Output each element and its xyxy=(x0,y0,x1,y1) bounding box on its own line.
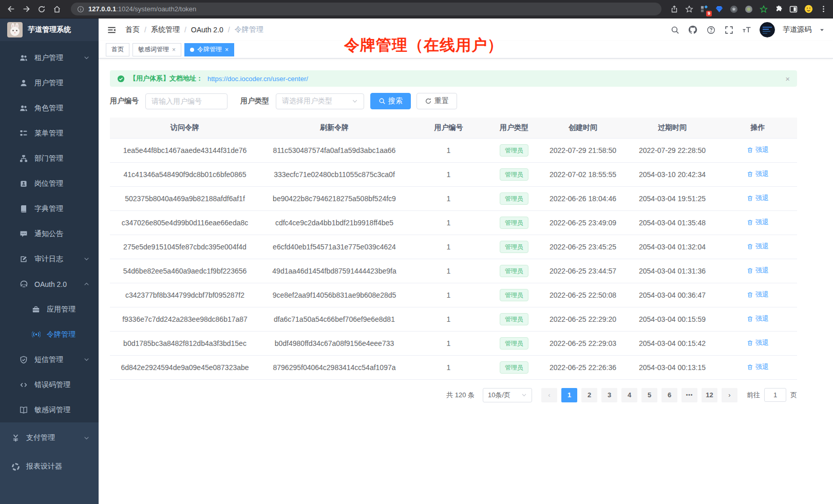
gem-extension-icon[interactable] xyxy=(714,5,724,14)
sidebar-item-error-code[interactable]: 错误码管理 xyxy=(0,372,99,397)
sidebar-item-dict[interactable]: 字典管理 xyxy=(0,196,99,221)
bookmark-star-icon[interactable] xyxy=(685,5,694,14)
sidebar-item-role[interactable]: 角色管理 xyxy=(0,95,99,121)
pager-page-12[interactable]: 12 xyxy=(702,388,717,402)
force-logout-button[interactable]: 强退 xyxy=(747,242,769,251)
pager-page-1[interactable]: 1 xyxy=(561,388,577,402)
extension-blocks-icon[interactable]: 9 xyxy=(699,5,709,14)
tab-sensitive-word[interactable]: 敏感词管理× xyxy=(132,43,181,56)
chevron-down-icon xyxy=(352,98,358,104)
force-logout-button[interactable]: 强退 xyxy=(747,145,769,154)
cell-access-token: 6d842e2924594de9a09e45e087323abe xyxy=(110,355,260,379)
sidebar-item-menu[interactable]: 菜单管理 xyxy=(0,121,99,146)
close-icon[interactable]: × xyxy=(225,46,229,53)
reload-icon[interactable] xyxy=(36,4,47,15)
force-logout-button[interactable]: 强退 xyxy=(747,193,769,203)
cell-refresh-token: b0df4980ffd34c67a08f9156e4eee733 xyxy=(260,331,409,355)
brand-header[interactable]: 芋道管理系统 xyxy=(0,18,99,41)
hamburger-icon[interactable] xyxy=(107,25,117,35)
site-info-icon[interactable] xyxy=(77,6,84,13)
caret-down-icon[interactable] xyxy=(819,27,825,33)
sidebar-item-notice[interactable]: 通知公告 xyxy=(0,221,99,246)
browser-menu-icon[interactable] xyxy=(819,5,828,14)
close-icon[interactable]: × xyxy=(172,46,176,53)
search-form: 用户编号 用户类型 请选择用户类型 搜索 重置 xyxy=(110,93,797,109)
force-logout-button[interactable]: 强退 xyxy=(747,290,769,299)
pager-page-6[interactable]: 6 xyxy=(661,388,677,402)
table-row: 502375b8040a469a9b82188afdf6af1fbe90422b… xyxy=(110,186,797,210)
sidebar-item-user[interactable]: 用户管理 xyxy=(0,70,99,95)
tab-home[interactable]: 首页 xyxy=(106,43,129,56)
font-size-icon[interactable] xyxy=(742,25,752,35)
user-type-placeholder: 请选择用户类型 xyxy=(282,96,332,106)
breadcrumb-item[interactable]: OAuth 2.0 xyxy=(191,26,223,34)
table-row: 6d842e2924594de9a09e45e087323abe8796295f… xyxy=(110,355,797,379)
sidebar-item-sensitive-word[interactable]: 敏感词管理 xyxy=(0,397,99,422)
forward-icon[interactable] xyxy=(21,4,32,15)
cell-user-type: 管理员 xyxy=(488,307,540,331)
user-id-input[interactable] xyxy=(145,93,228,109)
username[interactable]: 芋道源码 xyxy=(783,25,811,34)
sidebar-item-pay[interactable]: 支付管理 xyxy=(0,423,99,452)
pager-page-5[interactable]: 5 xyxy=(641,388,657,402)
pager-page-2[interactable]: 2 xyxy=(581,388,597,402)
split-view-icon[interactable] xyxy=(789,5,798,14)
sidebar-item-oauth2[interactable]: OAuth 2.0 xyxy=(0,272,99,297)
home-icon[interactable] xyxy=(51,4,63,15)
puzzle-extensions-icon[interactable] xyxy=(774,5,783,14)
sidebar-item-oauth2-application[interactable]: 应用管理 xyxy=(0,297,99,322)
breadcrumb-item[interactable]: 系统管理 xyxy=(151,25,180,34)
star-extension-icon[interactable] xyxy=(759,5,768,14)
force-logout-button[interactable]: 强退 xyxy=(747,218,769,227)
goto-page-input[interactable] xyxy=(764,388,786,402)
force-logout-button[interactable]: 强退 xyxy=(747,266,769,275)
address-bar[interactable]: 127.0.0.1:1024/system/oauth2/token xyxy=(71,3,661,15)
force-logout-button[interactable]: 强退 xyxy=(747,338,769,347)
doc-link[interactable]: https://doc.iocoder.cn/user-center/ xyxy=(207,75,308,83)
breadcrumb-item[interactable]: 首页 xyxy=(125,25,140,34)
chevron-down-icon xyxy=(84,357,89,362)
cell-access-token: c347026e805e4d99b0d116eae66eda8c xyxy=(110,210,260,235)
sidebar-item-oauth2-token[interactable]: 令牌管理 xyxy=(0,322,99,347)
cell-user-type: 管理员 xyxy=(488,331,540,355)
table-row: 54d6be82ee5a460a9aedc1f9bf22365649d1aa46… xyxy=(110,259,797,283)
sidebar-item-post[interactable]: 岗位管理 xyxy=(0,171,99,196)
force-logout-button[interactable]: 强退 xyxy=(747,314,769,323)
pager-next-button[interactable]: › xyxy=(722,388,737,402)
sidebar-item-audit-log[interactable]: 审计日志 xyxy=(0,246,99,272)
page-suffix-label: 页 xyxy=(790,391,797,400)
pager-prev-button[interactable]: ‹ xyxy=(541,388,557,402)
tab-oauth2-token[interactable]: 令牌管理× xyxy=(184,43,234,56)
user-type-select[interactable]: 请选择用户类型 xyxy=(276,93,364,109)
share-icon[interactable] xyxy=(670,5,679,14)
search-button[interactable]: 搜索 xyxy=(370,93,411,109)
github-icon[interactable] xyxy=(688,25,698,35)
cell-expire-time: 2054-03-04 00:36:47 xyxy=(626,283,718,307)
force-logout-button[interactable]: 强退 xyxy=(747,362,769,372)
record-extension-icon[interactable] xyxy=(744,5,753,14)
user-type-badge: 管理员 xyxy=(500,217,528,229)
help-icon[interactable] xyxy=(706,25,716,35)
back-icon[interactable] xyxy=(5,4,16,15)
reset-button[interactable]: 重置 xyxy=(416,93,457,109)
pager-page-3[interactable]: 3 xyxy=(601,388,617,402)
sidebar-item-sms[interactable]: 短信管理 xyxy=(0,347,99,372)
cell-user-id: 1 xyxy=(409,138,488,162)
pager-page-4[interactable]: 4 xyxy=(621,388,637,402)
delete-icon xyxy=(747,364,753,371)
sidebar-item-dept[interactable]: 部门管理 xyxy=(0,146,99,171)
sidebar-item-label: 角色管理 xyxy=(34,104,63,113)
code-icon xyxy=(20,381,28,389)
user-avatar[interactable] xyxy=(760,22,775,37)
sidebar-item-tenant[interactable]: 租户管理 xyxy=(0,45,99,70)
command-extension-icon[interactable] xyxy=(729,5,739,14)
close-icon[interactable]: × xyxy=(785,74,790,83)
search-icon[interactable] xyxy=(670,25,680,35)
profile-avatar-icon[interactable] xyxy=(804,5,813,14)
column-header: 过期时间 xyxy=(626,118,718,138)
sidebar-item-report-designer[interactable]: 报表设计器 xyxy=(0,452,99,481)
page-size-select[interactable]: 10条/页 xyxy=(483,388,532,402)
fullscreen-icon[interactable] xyxy=(724,25,734,35)
force-logout-button[interactable]: 强退 xyxy=(747,169,769,179)
pager-ellipsis[interactable]: ••• xyxy=(681,388,697,402)
